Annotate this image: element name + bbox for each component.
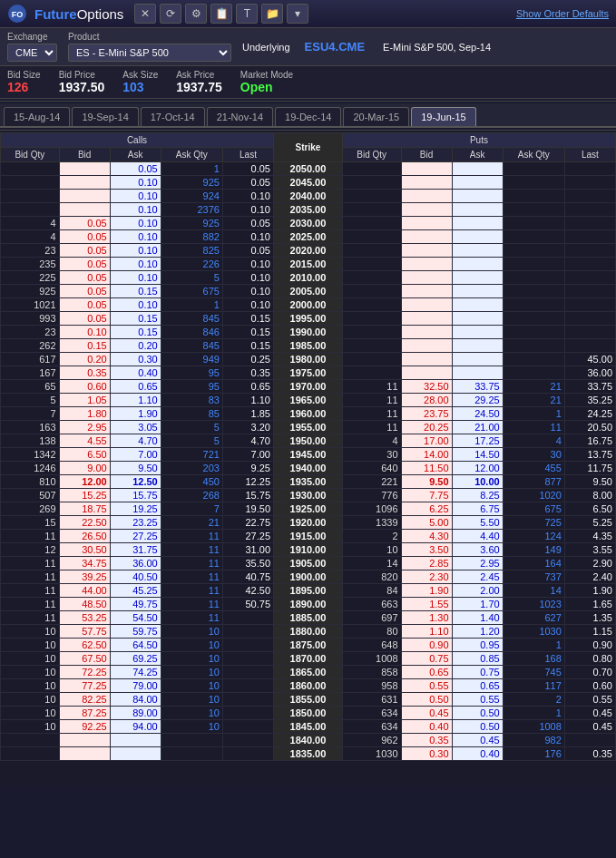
cell-strike-col[interactable]: 2015.00: [274, 258, 343, 271]
cell-call-last[interactable]: 42.50: [222, 584, 273, 598]
cell-put-ask-qty[interactable]: 117: [503, 679, 564, 693]
cell-call-ask-qty[interactable]: 5: [161, 271, 222, 285]
cell-call-bid-qty[interactable]: 11: [1, 584, 60, 598]
cell-call-last[interactable]: 0.15: [222, 312, 273, 326]
cell-call-bid[interactable]: 15.25: [59, 489, 110, 502]
cell-call-ask-qty[interactable]: 203: [161, 462, 222, 475]
cell-call-ask[interactable]: 1.10: [110, 394, 161, 407]
cell-put-bid[interactable]: 0.65: [401, 666, 452, 679]
cell-put-ask-qty[interactable]: [503, 244, 564, 258]
cell-put-ask[interactable]: 0.75: [452, 666, 503, 679]
cell-call-last[interactable]: 0.05: [222, 244, 273, 258]
cell-call-ask[interactable]: 7.00: [110, 448, 161, 462]
cell-strike-col[interactable]: 1835.00: [274, 747, 343, 761]
table-row[interactable]: 1082.2584.00101855.006310.500.5520.55: [1, 693, 616, 707]
table-row[interactable]: 1077.2579.00101860.009580.550.651170.60: [1, 679, 616, 693]
cell-call-bid-qty[interactable]: 138: [1, 434, 60, 448]
cell-strike-col[interactable]: 1865.00: [274, 666, 343, 679]
cell-put-bid-qty[interactable]: 858: [342, 666, 401, 679]
cell-call-last[interactable]: 0.15: [222, 326, 273, 339]
cell-call-ask-qty[interactable]: [161, 734, 222, 747]
cell-put-ask-qty[interactable]: [503, 258, 564, 271]
cell-call-ask[interactable]: 0.05: [110, 162, 161, 176]
cell-put-ask-qty[interactable]: [503, 230, 564, 244]
cell-call-ask[interactable]: 0.10: [110, 176, 161, 190]
cell-put-ask[interactable]: 3.60: [452, 543, 503, 557]
cell-put-bid-qty[interactable]: 634: [342, 720, 401, 734]
cell-put-ask-qty[interactable]: 877: [503, 475, 564, 489]
cell-strike-col[interactable]: 1940.00: [274, 462, 343, 475]
cell-put-ask[interactable]: [452, 203, 503, 217]
cell-call-bid-qty[interactable]: 269: [1, 502, 60, 516]
cell-call-bid-qty[interactable]: 262: [1, 339, 60, 353]
cell-put-bid[interactable]: 0.40: [401, 720, 452, 734]
cell-call-ask-qty[interactable]: 7: [161, 502, 222, 516]
cell-call-ask[interactable]: 74.25: [110, 666, 161, 679]
cell-call-bid-qty[interactable]: [1, 203, 60, 217]
cell-call-bid-qty[interactable]: 65: [1, 380, 60, 394]
cell-put-bid[interactable]: [401, 285, 452, 298]
cell-strike-col[interactable]: 2005.00: [274, 285, 343, 298]
cell-put-last[interactable]: 9.50: [564, 475, 615, 489]
tab-21-Nov-14[interactable]: 21-Nov-14: [207, 107, 273, 126]
cell-put-bid-qty[interactable]: [342, 271, 401, 285]
cell-put-bid[interactable]: 14.00: [401, 448, 452, 462]
cell-call-last[interactable]: [222, 720, 273, 734]
cell-call-bid[interactable]: 82.25: [59, 693, 110, 707]
cell-call-bid[interactable]: [59, 203, 110, 217]
cell-put-bid-qty[interactable]: 30: [342, 448, 401, 462]
cell-call-ask[interactable]: 0.10: [110, 217, 161, 230]
cell-put-last[interactable]: 0.60: [564, 679, 615, 693]
cell-call-ask[interactable]: 0.15: [110, 285, 161, 298]
cell-call-ask[interactable]: 0.10: [110, 244, 161, 258]
cell-strike-col[interactable]: 2050.00: [274, 162, 343, 176]
cell-strike-col[interactable]: 1990.00: [274, 326, 343, 339]
cell-put-ask-qty[interactable]: 1: [503, 707, 564, 720]
cell-strike-col[interactable]: 2040.00: [274, 190, 343, 203]
cell-strike-col[interactable]: 1925.00: [274, 502, 343, 516]
table-row[interactable]: 9930.050.158450.151995.00: [1, 312, 616, 326]
cell-call-ask[interactable]: 1.90: [110, 407, 161, 421]
cell-put-last[interactable]: 11.75: [564, 462, 615, 475]
cell-put-bid[interactable]: 0.30: [401, 747, 452, 761]
cell-strike-col[interactable]: 1905.00: [274, 557, 343, 570]
cell-put-bid[interactable]: [401, 162, 452, 176]
table-row[interactable]: 1087.2589.00101850.006340.450.5010.45: [1, 707, 616, 720]
cell-call-bid[interactable]: 44.00: [59, 584, 110, 598]
cell-strike-col[interactable]: 1955.00: [274, 421, 343, 434]
cell-call-ask-qty[interactable]: 11: [161, 598, 222, 611]
cell-call-last[interactable]: [222, 693, 273, 707]
table-row[interactable]: 1840.009620.350.45982: [1, 734, 616, 747]
cell-put-bid[interactable]: [401, 366, 452, 380]
cell-call-ask-qty[interactable]: 268: [161, 489, 222, 502]
cell-call-bid-qty[interactable]: 10: [1, 720, 60, 734]
cell-put-last[interactable]: 5.25: [564, 516, 615, 530]
cell-call-bid[interactable]: 30.50: [59, 543, 110, 557]
cell-put-ask-qty[interactable]: 737: [503, 570, 564, 584]
cell-put-bid[interactable]: 4.30: [401, 530, 452, 543]
cell-call-bid[interactable]: 1.05: [59, 394, 110, 407]
cell-call-ask[interactable]: 4.70: [110, 434, 161, 448]
table-row[interactable]: 2250.050.1050.102010.00: [1, 271, 616, 285]
cell-put-bid[interactable]: 0.90: [401, 639, 452, 652]
cell-call-bid[interactable]: 2.95: [59, 421, 110, 434]
cell-call-ask[interactable]: 0.10: [110, 203, 161, 217]
cell-put-bid-qty[interactable]: [342, 258, 401, 271]
cell-put-ask[interactable]: 12.00: [452, 462, 503, 475]
cell-call-ask-qty[interactable]: [161, 747, 222, 761]
cell-put-bid-qty[interactable]: [342, 339, 401, 353]
cell-put-bid[interactable]: [401, 217, 452, 230]
cell-put-ask-qty[interactable]: [503, 353, 564, 366]
cell-strike-col[interactable]: 1885.00: [274, 611, 343, 625]
toolbar-icon-3[interactable]: ⚙: [185, 4, 207, 24]
cell-put-last[interactable]: [564, 203, 615, 217]
cell-call-bid-qty[interactable]: 10: [1, 639, 60, 652]
cell-put-ask-qty[interactable]: 176: [503, 747, 564, 761]
cell-strike-col[interactable]: 1845.00: [274, 720, 343, 734]
cell-call-ask[interactable]: 45.25: [110, 584, 161, 598]
cell-put-bid-qty[interactable]: 1008: [342, 652, 401, 666]
cell-call-ask[interactable]: 3.05: [110, 421, 161, 434]
cell-call-last[interactable]: [222, 747, 273, 761]
cell-put-last[interactable]: 0.45: [564, 720, 615, 734]
tab-19-Dec-14[interactable]: 19-Dec-14: [275, 107, 341, 126]
